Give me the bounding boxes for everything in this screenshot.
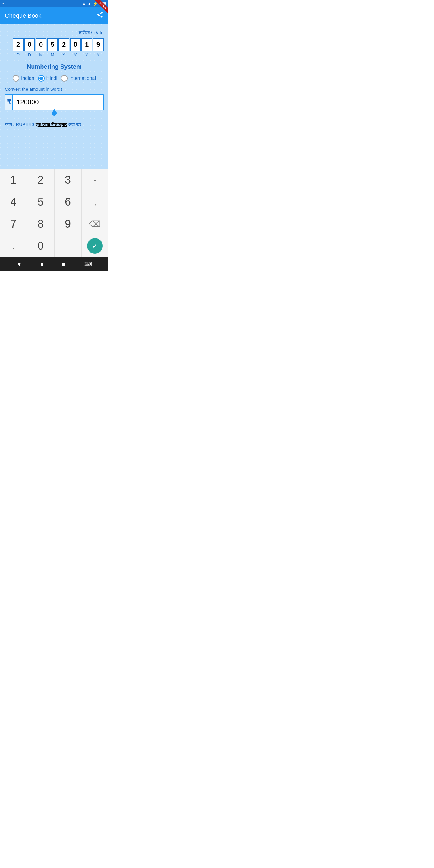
app-title: Cheque Book <box>5 12 41 19</box>
amount-input-row: ₹ <box>5 94 104 110</box>
key-8[interactable]: 8 <box>27 213 54 235</box>
radio-circle-hindi[interactable] <box>38 75 44 82</box>
numpad: 1 2 3 - 4 5 6 , 7 8 9 ⌫ . 0 _ ✓ <box>0 169 108 257</box>
back-button[interactable]: ▼ <box>16 261 22 268</box>
date-label: तारीख / Date <box>79 30 104 36</box>
key-9[interactable]: 9 <box>55 213 82 235</box>
radio-circle-indian[interactable] <box>13 75 19 82</box>
date-digit-5[interactable]: 0 <box>70 38 81 51</box>
date-section: तारीख / Date 2 0 0 5 2 0 1 9 D D M M Y Y… <box>5 30 104 57</box>
debug-ribbon <box>94 0 108 14</box>
numpad-row-3: 7 8 9 ⌫ <box>0 213 108 235</box>
done-wrapper: ✓ <box>82 235 108 257</box>
amount-label: Convert the amount in words <box>5 87 104 92</box>
radio-international[interactable]: International <box>61 75 96 82</box>
radio-circle-international[interactable] <box>61 75 67 82</box>
done-button[interactable]: ✓ <box>87 238 103 254</box>
date-digit-1[interactable]: 0 <box>24 38 35 51</box>
date-digit-4[interactable]: 2 <box>59 38 69 51</box>
amount-section: Convert the amount in words ₹ <box>5 87 104 116</box>
main-content: तारीख / Date 2 0 0 5 2 0 1 9 D D M M Y Y… <box>0 24 108 169</box>
key-6[interactable]: 6 <box>55 191 82 213</box>
app-bar: Cheque Book <box>0 7 108 24</box>
key-comma[interactable]: , <box>82 191 108 213</box>
date-format-y2: Y <box>70 53 81 57</box>
key-3[interactable]: 3 <box>55 169 82 191</box>
numpad-row-4: . 0 _ ✓ <box>0 235 108 257</box>
text-cursor-drop <box>52 109 57 116</box>
words-amount: एक लाख बीस हज़ार <box>36 122 67 127</box>
keyboard-button[interactable]: ⌨ <box>84 260 92 268</box>
numbering-radio-group: Indian Hindi International <box>5 75 104 82</box>
date-digit-7[interactable]: 9 <box>93 38 104 51</box>
key-minus[interactable]: - <box>82 169 108 191</box>
key-dot[interactable]: . <box>0 235 27 257</box>
date-digit-2[interactable]: 0 <box>36 38 46 51</box>
radio-label-indian: Indian <box>21 76 34 81</box>
nav-bar: ▼ ● ■ ⌨ <box>0 257 108 271</box>
wifi-icon: ▲ <box>82 1 86 6</box>
currency-symbol: ₹ <box>5 95 13 110</box>
key-5[interactable]: 5 <box>27 191 54 213</box>
status-bar: ▪ ▲ ▲ ⚡ 9:39 <box>0 0 108 7</box>
backspace-icon: ⌫ <box>89 219 101 229</box>
key-2[interactable]: 2 <box>27 169 54 191</box>
date-format-d1: D <box>13 53 24 57</box>
home-button[interactable]: ● <box>40 261 44 268</box>
radio-indian[interactable]: Indian <box>13 75 34 82</box>
date-digit-0[interactable]: 2 <box>13 38 24 51</box>
key-4[interactable]: 4 <box>0 191 27 213</box>
amount-input[interactable] <box>13 95 103 110</box>
date-format-y3: Y <box>82 53 92 57</box>
recent-button[interactable]: ■ <box>62 261 65 268</box>
check-icon: ✓ <box>92 242 98 250</box>
words-suffix: अदा करे <box>68 122 82 127</box>
date-format-m1: M <box>36 53 46 57</box>
cursor-drop <box>5 109 104 116</box>
key-1[interactable]: 1 <box>0 169 27 191</box>
date-format-y4: Y <box>93 53 104 57</box>
numbering-title: Numbering System <box>5 63 104 70</box>
numbering-section: Numbering System Indian Hindi Internatio… <box>5 63 104 82</box>
key-underscore[interactable]: _ <box>55 235 82 257</box>
key-7[interactable]: 7 <box>0 213 27 235</box>
date-format-d2: D <box>24 53 35 57</box>
date-format-m2: M <box>47 53 58 57</box>
radio-label-international: International <box>69 76 96 81</box>
date-digit-6[interactable]: 1 <box>82 38 92 51</box>
date-format-y1: Y <box>59 53 69 57</box>
key-backspace[interactable]: ⌫ <box>82 213 108 235</box>
date-boxes: 2 0 0 5 2 0 1 9 <box>13 38 104 51</box>
status-bar-left: ▪ <box>2 1 4 6</box>
radio-hindi[interactable]: Hindi <box>38 75 57 82</box>
key-0[interactable]: 0 <box>27 235 54 257</box>
numpad-row-2: 4 5 6 , <box>0 191 108 213</box>
date-format-labels: D D M M Y Y Y Y <box>13 53 104 57</box>
signal-icon: ▲ <box>87 1 92 6</box>
words-section: रुपये / RUPEES एक लाख बीस हज़ार अदा करे <box>5 122 104 127</box>
sim-icon: ▪ <box>2 1 4 6</box>
date-digit-3[interactable]: 5 <box>47 38 58 51</box>
numpad-row-1: 1 2 3 - <box>0 169 108 191</box>
words-prefix: रुपये / RUPEES <box>5 122 34 127</box>
radio-label-hindi: Hindi <box>46 76 57 81</box>
